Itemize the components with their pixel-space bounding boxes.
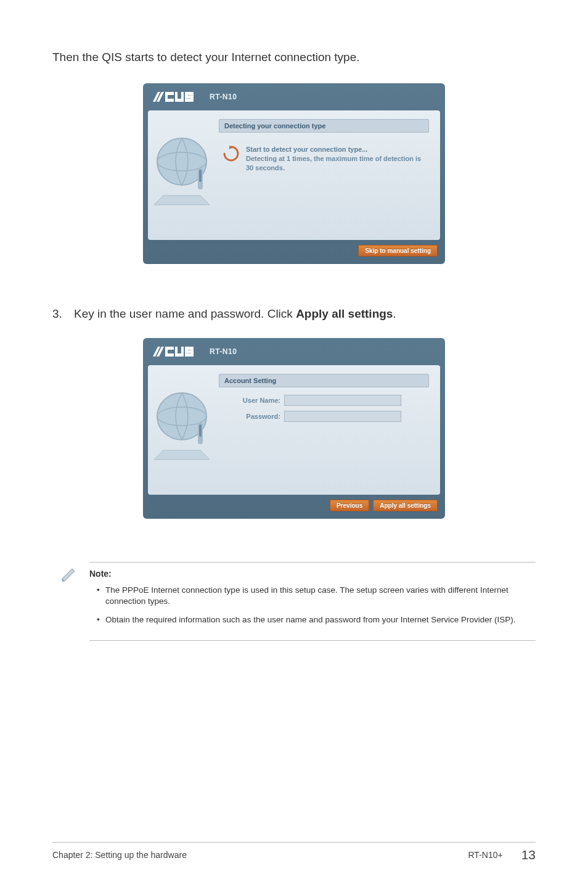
- page-footer: Chapter 2: Setting up the hardware RT-N1…: [52, 842, 536, 862]
- svg-rect-36: [199, 424, 202, 437]
- panel-footer: Previous Apply all settings: [143, 495, 445, 511]
- panel-header: RT-N10: [143, 83, 445, 110]
- svg-rect-23: [165, 347, 168, 357]
- svg-rect-12: [185, 92, 187, 99]
- product-tag: RT-N10: [210, 347, 237, 356]
- panel-header: RT-N10: [143, 338, 445, 365]
- step-text-bold: Apply all settings: [296, 307, 393, 320]
- detect-tab: Detecting your connection type: [219, 119, 429, 133]
- svg-marker-34: [154, 450, 210, 460]
- svg-rect-26: [181, 347, 184, 357]
- qis-account-panel: RT-N10 Account Setting User Name:: [143, 338, 445, 519]
- step-text: Key in the user name and password. Click…: [74, 307, 396, 321]
- page-number: 13: [521, 848, 536, 862]
- username-input[interactable]: [284, 395, 401, 406]
- previous-button[interactable]: Previous: [330, 500, 369, 511]
- detect-row: Start to detect your connection type... …: [219, 140, 429, 173]
- svg-rect-7: [181, 92, 184, 102]
- step-number: 3.: [52, 307, 74, 321]
- svg-marker-15: [154, 196, 210, 205]
- asus-logo: RT-N10: [152, 345, 237, 358]
- footer-chapter: Chapter 2: Setting up the hardware: [52, 850, 187, 860]
- svg-rect-4: [165, 92, 168, 102]
- note-title: Note:: [89, 569, 536, 579]
- note-list: The PPPoE Internet connection type is us…: [89, 585, 536, 626]
- globe-column: [148, 371, 219, 489]
- step-text-suffix: .: [393, 307, 396, 320]
- content-column: Detecting your connection type Start to …: [219, 117, 434, 234]
- product-tag: RT-N10: [210, 93, 237, 101]
- account-tab: Account Setting: [219, 374, 429, 387]
- content-column: Account Setting User Name: Password:: [219, 371, 434, 489]
- panel-body: Detecting your connection type Start to …: [148, 110, 440, 240]
- detect-text: Start to detect your connection type... …: [246, 145, 425, 173]
- svg-rect-30: [191, 350, 194, 357]
- list-item: Obtain the required information such as …: [97, 614, 536, 625]
- panel-footer: Skip to manual setting: [143, 240, 445, 257]
- username-label: User Name:: [230, 397, 284, 404]
- password-label: Password:: [230, 413, 284, 420]
- list-item: The PPPoE Internet connection type is us…: [97, 585, 536, 607]
- password-row: Password:: [219, 411, 429, 422]
- detect-line2: Detecting at 1 times, the maximum time o…: [246, 154, 425, 173]
- globe-icon: [151, 389, 216, 471]
- footer-model: RT-N10+: [468, 850, 502, 860]
- svg-rect-17: [199, 170, 202, 182]
- password-input[interactable]: [284, 411, 401, 422]
- apply-button[interactable]: Apply all settings: [373, 500, 438, 511]
- svg-rect-11: [191, 95, 194, 102]
- svg-rect-31: [185, 347, 187, 353]
- panel-body: Account Setting User Name: Password:: [148, 365, 440, 495]
- step-text-prefix: Key in the user name and password. Click: [74, 307, 296, 320]
- note-block: Note: The PPPoE Internet connection type…: [89, 562, 536, 642]
- step-3: 3. Key in the user name and password. Cl…: [52, 307, 536, 321]
- globe-icon: [151, 134, 216, 217]
- skip-button[interactable]: Skip to manual setting: [358, 245, 438, 257]
- pencil-icon: [60, 566, 77, 586]
- spinner-icon: [223, 145, 240, 165]
- asus-logo: RT-N10: [152, 91, 237, 103]
- intro-paragraph: Then the QIS starts to detect your Inter…: [52, 49, 536, 66]
- svg-marker-37: [62, 569, 75, 581]
- detect-line1: Start to detect your connection type...: [246, 145, 425, 154]
- footer-right: RT-N10+ 13: [468, 848, 536, 862]
- qis-detect-panel: RT-N10 Detecting your connection type: [143, 83, 445, 264]
- globe-column: [148, 117, 219, 234]
- username-row: User Name:: [219, 395, 429, 406]
